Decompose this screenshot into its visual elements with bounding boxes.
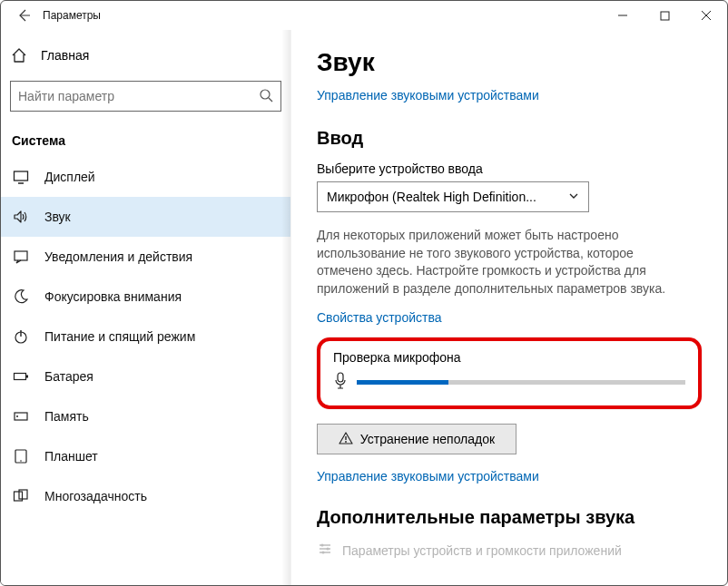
search-icon (259, 88, 273, 105)
svg-rect-6 (26, 376, 28, 378)
arrow-left-icon (16, 8, 31, 23)
sidebar-item-tablet[interactable]: Планшет (1, 436, 290, 476)
mic-test-label: Проверка микрофона (333, 350, 685, 365)
sidebar: Главная Система Дисплей Звук (1, 30, 291, 585)
svg-rect-13 (338, 373, 343, 382)
warning-icon (339, 431, 353, 448)
chevron-down-icon (568, 190, 579, 204)
display-icon (12, 169, 30, 185)
app-volume-label: Параметры устройств и громкости приложен… (342, 543, 622, 558)
microphone-icon (333, 372, 348, 393)
input-heading: Ввод (317, 128, 702, 149)
sidebar-item-label: Память (44, 409, 89, 424)
svg-point-8 (16, 415, 18, 417)
main-content: Звук Управление звуковыми устройствами В… (291, 30, 727, 585)
input-device-label: Выберите устройство ввода (317, 161, 702, 176)
sidebar-item-multitasking[interactable]: Многозадачность (1, 476, 290, 516)
search-input[interactable] (18, 89, 259, 103)
moon-icon (12, 288, 30, 305)
svg-rect-5 (15, 374, 26, 380)
manage-devices-link[interactable]: Управление звуковыми устройствами (317, 88, 539, 103)
sidebar-item-label: Звук (44, 210, 71, 224)
sidebar-item-label: Многозадачность (44, 489, 147, 503)
input-device-dropdown[interactable]: Микрофон (Realtek High Definition... (317, 181, 589, 212)
sidebar-item-storage[interactable]: Память (1, 396, 290, 436)
svg-rect-0 (661, 12, 669, 20)
maximize-icon (660, 11, 670, 21)
svg-rect-2 (15, 171, 28, 181)
sliders-icon (317, 541, 333, 560)
app-volume-item[interactable]: Параметры устройств и громкости приложен… (317, 541, 702, 560)
sidebar-home[interactable]: Главная (1, 37, 290, 73)
sidebar-item-label: Дисплей (44, 170, 95, 184)
back-button[interactable] (10, 1, 37, 30)
input-device-selected: Микрофон (Realtek High Definition... (327, 190, 536, 204)
sound-icon (12, 209, 30, 225)
svg-point-1 (261, 90, 270, 99)
svg-point-10 (20, 460, 22, 462)
home-icon (10, 47, 28, 63)
sidebar-item-display[interactable]: Дисплей (1, 157, 290, 197)
notifications-icon (12, 249, 30, 265)
battery-icon (12, 368, 30, 385)
sidebar-item-label: Батарея (44, 369, 93, 384)
manage-devices-link-2[interactable]: Управление звуковыми устройствами (317, 469, 539, 483)
page-title: Звук (317, 48, 702, 77)
svg-rect-3 (15, 251, 27, 260)
close-icon (701, 10, 712, 21)
sidebar-item-label: Уведомления и действия (44, 249, 192, 264)
svg-point-17 (322, 552, 325, 554)
sidebar-item-label: Фокусировка внимания (44, 289, 182, 304)
power-icon (12, 328, 30, 345)
search-input-container[interactable] (10, 81, 281, 112)
sidebar-item-sound[interactable]: Звук (1, 197, 290, 237)
sidebar-nav: Дисплей Звук Уведомления и действия Фоку… (1, 157, 290, 516)
sidebar-item-label: Планшет (44, 449, 98, 464)
sidebar-item-notifications[interactable]: Уведомления и действия (1, 237, 290, 277)
window-title: Параметры (37, 9, 101, 22)
sidebar-item-label: Питание и спящий режим (44, 329, 195, 344)
minimize-icon (617, 10, 628, 21)
svg-point-15 (321, 544, 324, 547)
mic-test-region: Проверка микрофона (317, 337, 702, 409)
troubleshoot-button[interactable]: Устранение неполадок (317, 424, 516, 454)
mic-level-fill (357, 380, 448, 385)
mic-level-bar (357, 380, 685, 385)
advanced-heading: Дополнительные параметры звука (317, 507, 702, 528)
input-help-text: Для некоторых приложений может быть наст… (317, 227, 666, 298)
sidebar-item-focus[interactable]: Фокусировка внимания (1, 277, 290, 317)
svg-point-14 (345, 441, 347, 443)
troubleshoot-label: Устранение неполадок (360, 432, 495, 446)
svg-point-16 (327, 548, 330, 551)
close-button[interactable] (685, 1, 727, 30)
tablet-icon (12, 448, 30, 464)
titlebar: Параметры (1, 1, 727, 30)
minimize-button[interactable] (602, 1, 644, 30)
storage-icon (12, 408, 30, 425)
device-properties-link[interactable]: Свойства устройства (317, 310, 442, 325)
sidebar-item-battery[interactable]: Батарея (1, 356, 290, 396)
sidebar-home-label: Главная (41, 48, 89, 63)
sidebar-section-title: Система (1, 121, 290, 157)
multitasking-icon (12, 488, 30, 504)
sidebar-item-power[interactable]: Питание и спящий режим (1, 317, 290, 356)
maximize-button[interactable] (644, 1, 685, 30)
